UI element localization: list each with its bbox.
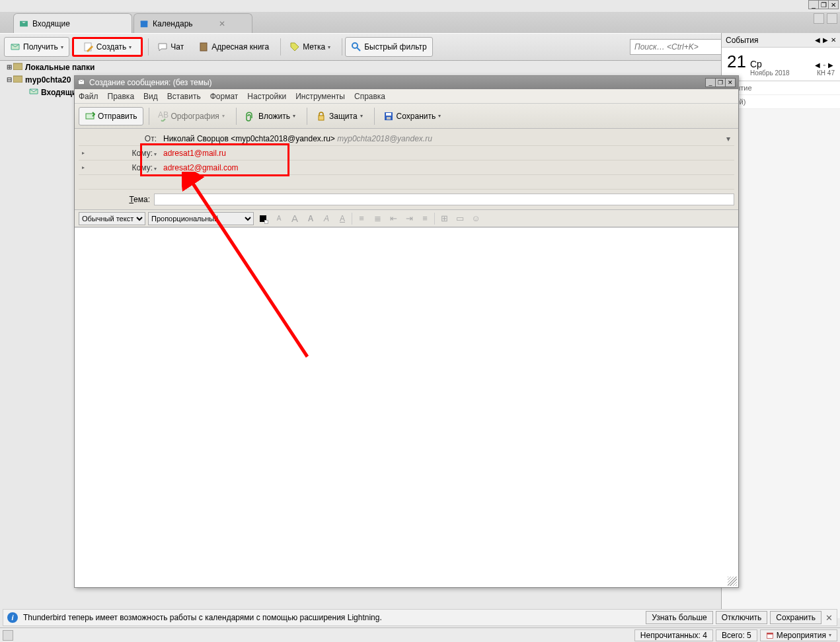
menu-edit[interactable]: Правка [108, 92, 135, 101]
infobar-close-icon[interactable]: ✕ [825, 613, 833, 623]
tasks-toggle-icon[interactable] [827, 13, 837, 24]
date-next-icon[interactable]: ▶ [828, 61, 833, 69]
learn-more-button[interactable]: Узнать больше [646, 611, 712, 624]
agenda-button[interactable]: Мероприятия ▾ [760, 629, 837, 641]
folder-icon [13, 75, 22, 85]
text-mode-select[interactable]: Обычный текст [79, 212, 145, 225]
subject-input[interactable] [154, 194, 734, 205]
next-icon[interactable]: ▶ [823, 36, 828, 44]
save-label: Сохранить [397, 112, 436, 121]
collapse-icon[interactable]: ⊟ [5, 76, 13, 83]
insert-image-icon[interactable]: ▭ [453, 212, 467, 225]
resize-grip-icon[interactable] [728, 577, 737, 586]
chat-label: Чат [171, 42, 184, 52]
compose-max-button[interactable]: ❐ [715, 78, 726, 87]
compose-button[interactable]: Создать ▾ [72, 37, 143, 57]
security-button[interactable]: Защита ▾ [310, 107, 369, 125]
message-body[interactable] [75, 227, 738, 587]
maximize-button[interactable]: ❐ [818, 0, 829, 9]
menu-insert[interactable]: Вставить [167, 92, 201, 101]
font-select[interactable]: Пропорциональный [148, 212, 254, 225]
addressbook-icon [198, 42, 209, 52]
italic-icon[interactable]: A [320, 212, 333, 225]
prev-icon[interactable]: ◀ [815, 36, 820, 44]
insert-link-icon[interactable]: ⊞ [438, 212, 451, 225]
month-year: Ноябрь 2018 [750, 69, 790, 77]
menu-format[interactable]: Формат [210, 92, 239, 101]
keep-button[interactable]: Сохранить [770, 611, 821, 624]
menu-file[interactable]: Файл [79, 92, 98, 101]
format-toolbar: Обычный текст Пропорциональный A A A A A… [75, 210, 738, 227]
menu-options[interactable]: Настройки [247, 92, 286, 101]
align-icon[interactable]: ≡ [418, 212, 432, 225]
menu-tools[interactable]: Инструменты [295, 92, 345, 101]
date-today-icon[interactable]: ◦ [823, 61, 825, 69]
addressbook-button[interactable]: Адресная книга [192, 37, 275, 57]
menu-view[interactable]: Вид [143, 92, 158, 101]
quickfilter-button[interactable]: Быстрый фильтр [345, 37, 432, 57]
calendar-icon [139, 19, 149, 28]
disable-button[interactable]: Отключить [716, 611, 768, 624]
size-down-icon[interactable]: A [272, 212, 286, 225]
tab-calendar[interactable]: Календарь ✕ [134, 13, 252, 33]
compose-close-button[interactable]: ✕ [725, 78, 736, 87]
underline-icon[interactable]: A [336, 212, 349, 225]
number-list-icon[interactable]: ≣ [371, 212, 384, 225]
from-value[interactable]: Николай Сворцов <myp0chta2018@yandex.ru>… [161, 134, 722, 143]
from-label: От: [88, 134, 161, 143]
attach-icon [245, 111, 256, 122]
calendar-toggle-icon[interactable] [814, 13, 824, 24]
to-label[interactable]: Кому:▾ [88, 163, 161, 172]
tag-label: Метка [303, 42, 325, 52]
send-button[interactable]: Отправить [79, 107, 143, 125]
tag-button[interactable]: Метка ▾ [284, 37, 336, 57]
from-dropdown-icon[interactable]: ▾ [722, 134, 734, 143]
dropdown-icon: ▾ [360, 113, 363, 119]
receive-button[interactable]: Получить ▾ [4, 37, 69, 57]
compose-toolbar: Отправить ABC Орфография ▾ Вложить ▾ Защ… [75, 104, 738, 129]
to-row-empty[interactable] [79, 175, 734, 190]
menu-help[interactable]: Справка [354, 92, 385, 101]
subject-label: Тема: [75, 195, 154, 204]
minimize-button[interactable]: _ [808, 0, 819, 9]
dropdown-icon: ▾ [61, 44, 63, 50]
bold-icon[interactable]: A [304, 212, 317, 225]
recipient-1[interactable]: adresat1@mail.ru [161, 149, 734, 158]
compose-min-button[interactable]: _ [705, 78, 716, 87]
row-expander-icon[interactable]: ▸ [79, 150, 88, 156]
separator [342, 38, 342, 55]
to-label[interactable]: Кому:▾ [88, 149, 161, 158]
row-expander-icon[interactable]: ▸ [79, 164, 88, 170]
svg-rect-14 [387, 117, 391, 120]
close-button[interactable]: ✕ [828, 0, 839, 9]
size-up-icon[interactable]: A [288, 212, 301, 225]
svg-rect-1 [141, 20, 148, 22]
tab-close-icon[interactable]: ✕ [219, 19, 225, 28]
indent-icon[interactable]: ⇥ [402, 212, 416, 225]
bullet-list-icon[interactable]: ≡ [355, 212, 368, 225]
date-prev-icon[interactable]: ◀ [815, 61, 820, 69]
chat-button[interactable]: Чат [151, 37, 190, 57]
attach-button[interactable]: Вложить ▾ [239, 107, 301, 125]
local-folders-label: Локальные папки [25, 63, 95, 72]
day-number: 21 [727, 52, 746, 72]
close-icon[interactable]: ✕ [831, 36, 836, 44]
spell-button[interactable]: ABC Орфография ▾ [152, 107, 231, 125]
recipient-2[interactable]: adresat2@gmail.com [161, 163, 734, 172]
compose-titlebar[interactable]: Создание сообщения: (без темы) _ ❐ ✕ [75, 76, 738, 89]
main-toolbar: Получить ▾ Создать ▾ Чат Адресная книга … [0, 33, 840, 61]
separator [149, 108, 149, 125]
outdent-icon[interactable]: ⇤ [387, 212, 400, 225]
color-icon[interactable] [256, 212, 270, 225]
local-folders-item[interactable]: ⊞ Локальные папки [3, 61, 135, 73]
svg-rect-7 [13, 76, 22, 83]
expand-icon[interactable]: ⊞ [5, 63, 13, 71]
save-button[interactable]: Сохранить ▾ [377, 107, 447, 125]
tab-inbox[interactable]: Входящие [13, 13, 132, 33]
emoji-icon[interactable]: ☺ [469, 212, 482, 225]
activity-icon[interactable] [3, 630, 13, 641]
events-header: События ◀ ▶ ✕ [722, 33, 840, 48]
search-icon [351, 42, 362, 52]
new-event-row[interactable]: обытие [722, 81, 840, 95]
compose-window: Создание сообщения: (без темы) _ ❐ ✕ Фай… [74, 75, 739, 588]
